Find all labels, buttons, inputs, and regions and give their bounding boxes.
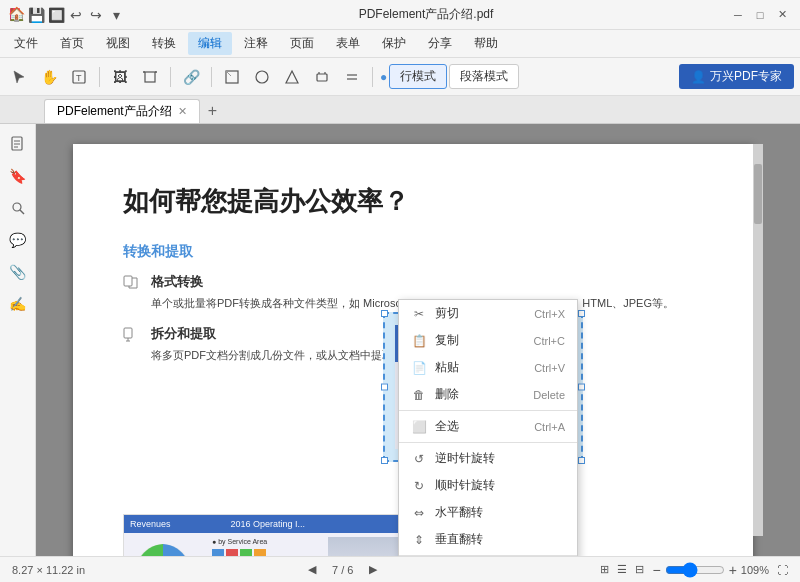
page-dimensions: 8.27 × 11.22 in bbox=[12, 564, 85, 576]
view-icon2[interactable]: ☰ bbox=[617, 563, 627, 576]
menu-view[interactable]: 视图 bbox=[96, 32, 140, 55]
image-tool[interactable]: 🖼 bbox=[107, 64, 133, 90]
zoom-slider[interactable] bbox=[665, 562, 725, 578]
handle-bl[interactable] bbox=[381, 457, 388, 464]
scrollbar[interactable] bbox=[753, 144, 763, 536]
view-icon3[interactable]: ⊟ bbox=[635, 563, 644, 576]
fullscreen-icon[interactable]: ⛶ bbox=[777, 564, 788, 576]
menu-home[interactable]: 首页 bbox=[50, 32, 94, 55]
sub1-title: 格式转换 bbox=[151, 273, 674, 291]
sidebar-attachments[interactable]: 📎 bbox=[6, 260, 30, 284]
menu-share[interactable]: 分享 bbox=[418, 32, 462, 55]
sidebar-signature[interactable]: ✍ bbox=[6, 292, 30, 316]
crop-tool[interactable] bbox=[137, 64, 163, 90]
shape1[interactable] bbox=[219, 64, 245, 90]
handle-tl[interactable] bbox=[381, 310, 388, 317]
menu-file[interactable]: 文件 bbox=[4, 32, 48, 55]
ctx-paste-label: 粘贴 bbox=[435, 359, 459, 376]
line-mode-btn[interactable]: 行模式 bbox=[389, 64, 447, 89]
ctx-selectall[interactable]: ⬜ 全选 Ctrl+A bbox=[399, 413, 577, 440]
ctx-copy-shortcut: Ctrl+C bbox=[534, 335, 565, 347]
ctx-flip-v-label: 垂直翻转 bbox=[435, 531, 483, 548]
pdf-area[interactable]: 如何帮您提高办公效率？ 转换和提取 格式转换 单个或批量将PDF转换成各种文件类… bbox=[36, 124, 800, 556]
menu-page[interactable]: 页面 bbox=[280, 32, 324, 55]
menu-protect[interactable]: 保护 bbox=[372, 32, 416, 55]
scroll-thumb[interactable] bbox=[754, 164, 762, 224]
bar2 bbox=[226, 549, 238, 556]
tb-icon6[interactable]: ▾ bbox=[108, 7, 124, 23]
handle-tr[interactable] bbox=[578, 310, 585, 317]
ctx-selectall-label: 全选 bbox=[435, 418, 459, 435]
ctx-cut[interactable]: ✂ 剪切 Ctrl+X bbox=[399, 300, 577, 327]
chart-content: ● by Service Area bbox=[124, 533, 412, 556]
tb-icon3[interactable]: 🔲 bbox=[48, 7, 64, 23]
prev-page[interactable]: ◀ bbox=[308, 563, 316, 576]
close-button[interactable]: ✕ bbox=[772, 5, 792, 25]
next-page[interactable]: ▶ bbox=[369, 563, 377, 576]
tab-pdf[interactable]: PDFelement产品介绍 ✕ bbox=[44, 99, 200, 123]
svg-text:T: T bbox=[76, 73, 82, 83]
sidebar-bookmarks[interactable]: 🔖 bbox=[6, 164, 30, 188]
shape3[interactable] bbox=[279, 64, 305, 90]
tab-new[interactable]: + bbox=[200, 99, 225, 123]
select-tool[interactable] bbox=[6, 64, 32, 90]
tb-icon5[interactable]: ↪ bbox=[88, 7, 104, 23]
menu-edit[interactable]: 编辑 bbox=[188, 32, 232, 55]
sep3 bbox=[211, 67, 212, 87]
page-info: 7 / 6 bbox=[332, 564, 353, 576]
handle-mr[interactable] bbox=[578, 384, 585, 391]
copy-icon: 📋 bbox=[411, 333, 427, 349]
legend-item-1: ● by Service Area bbox=[212, 537, 324, 547]
ctx-copy[interactable]: 📋 复制 Ctrl+C bbox=[399, 327, 577, 354]
pro-button[interactable]: 👤 万兴PDF专家 bbox=[679, 64, 794, 89]
tb-icon2[interactable]: 💾 bbox=[28, 7, 44, 23]
window-controls: ─ □ ✕ bbox=[728, 5, 792, 25]
view-icon1[interactable]: ⊞ bbox=[600, 563, 609, 576]
maximize-button[interactable]: □ bbox=[750, 5, 770, 25]
ctx-rotate-ccw[interactable]: ↺ 逆时针旋转 bbox=[399, 445, 577, 472]
sidebar-search[interactable] bbox=[6, 196, 30, 220]
zoom-in[interactable]: + bbox=[729, 562, 737, 578]
menu-bar: 文件 首页 视图 转换 编辑 注释 页面 表单 保护 分享 帮助 bbox=[0, 30, 800, 58]
scissors-icon: ✂ bbox=[411, 306, 427, 322]
minimize-button[interactable]: ─ bbox=[728, 5, 748, 25]
hand-tool[interactable]: ✋ bbox=[36, 64, 62, 90]
main-area: 🔖 💬 📎 ✍ 如何帮您提高办公效率？ 转换和提取 格式转换 单个或批量将PDF… bbox=[0, 124, 800, 556]
sub1-icon bbox=[123, 273, 143, 293]
text-tool[interactable]: T bbox=[66, 64, 92, 90]
shape5[interactable] bbox=[339, 64, 365, 90]
ctx-flip-h[interactable]: ⇔ 水平翻转 bbox=[399, 499, 577, 526]
menu-form[interactable]: 表单 bbox=[326, 32, 370, 55]
menu-convert[interactable]: 转换 bbox=[142, 32, 186, 55]
ctx-delete[interactable]: 🗑 删除 Delete bbox=[399, 381, 577, 408]
chart-thumb: Revenues 2016 Operating I... bbox=[123, 514, 413, 556]
home-icon[interactable]: 🏠 bbox=[8, 6, 25, 22]
tb-icon4[interactable]: ↩ bbox=[68, 7, 84, 23]
ctx-rotate-cw[interactable]: ↻ 顺时针旋转 bbox=[399, 472, 577, 499]
sidebar-pages[interactable] bbox=[6, 132, 30, 156]
status-right: ⊞ ☰ ⊟ − + 109% ⛶ bbox=[600, 562, 788, 578]
flip-v-icon: ⇕ bbox=[411, 532, 427, 548]
shape2[interactable] bbox=[249, 64, 275, 90]
context-menu: ✂ 剪切 Ctrl+X 📋 复制 Ctrl+C 📄 粘贴 Ctrl+V 🗑 删除 bbox=[398, 299, 578, 556]
svg-rect-6 bbox=[145, 72, 155, 82]
pro-label: 万兴PDF专家 bbox=[710, 68, 782, 85]
tab-close[interactable]: ✕ bbox=[178, 105, 187, 118]
zoom-out[interactable]: − bbox=[652, 562, 660, 578]
pro-icon: 👤 bbox=[691, 70, 706, 84]
ctx-paste-shortcut: Ctrl+V bbox=[534, 362, 565, 374]
ctx-flip-v[interactable]: ⇕ 垂直翻转 bbox=[399, 526, 577, 553]
sidebar-comments[interactable]: 💬 bbox=[6, 228, 30, 252]
menu-help[interactable]: 帮助 bbox=[464, 32, 508, 55]
ctx-paste[interactable]: 📄 粘贴 Ctrl+V bbox=[399, 354, 577, 381]
title-bar-icons: 💾 🔲 ↩ ↪ ▾ bbox=[8, 7, 124, 23]
chart-title-text: Revenues bbox=[130, 519, 171, 529]
shape4[interactable] bbox=[309, 64, 335, 90]
chart-header: Revenues 2016 Operating I... bbox=[124, 515, 412, 533]
link-tool[interactable]: 🔗 bbox=[178, 64, 204, 90]
handle-br[interactable] bbox=[578, 457, 585, 464]
ctx-sep3 bbox=[399, 555, 577, 556]
paragraph-mode-btn[interactable]: 段落模式 bbox=[449, 64, 519, 89]
menu-annotate[interactable]: 注释 bbox=[234, 32, 278, 55]
handle-ml[interactable] bbox=[381, 384, 388, 391]
